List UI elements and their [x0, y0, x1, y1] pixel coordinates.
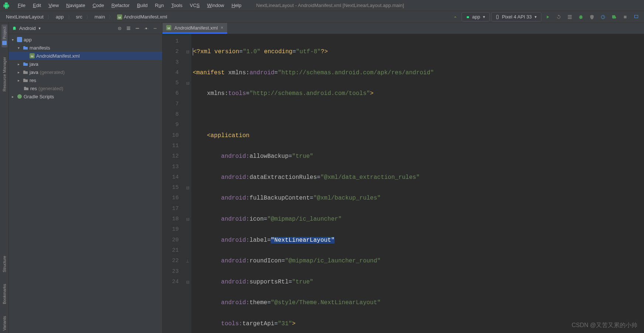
crumb-src[interactable]: src [73, 13, 85, 21]
tree-node-app[interactable]: ▾ app [9, 35, 162, 44]
tab-androidmanifest[interactable]: M AndroidManifest.xml × [162, 23, 227, 34]
xml-file-icon: M [117, 14, 122, 20]
menu-window[interactable]: Window [203, 1, 228, 10]
project-panel-header: Android ▼ [9, 23, 162, 34]
svg-rect-2 [497, 15, 499, 19]
menu-run[interactable]: Run [151, 1, 168, 10]
fold-gutter[interactable]: ⊟⊟⊟⊟⊥⊟ [184, 34, 191, 333]
editor-tabs: M AndroidManifest.xml × [162, 23, 644, 34]
menu-refactor[interactable]: Refactor [108, 1, 133, 10]
hide-icon[interactable] [151, 24, 159, 33]
chevron-right-icon: ▸ [18, 70, 21, 74]
app-inspection-icon[interactable] [609, 12, 619, 22]
select-opened-file-icon[interactable] [116, 24, 124, 33]
code-content[interactable]: <?xml version="1.0" encoding="utf-8"?> <… [191, 34, 644, 333]
avd-manager-icon[interactable] [631, 12, 641, 22]
svg-rect-9 [17, 37, 22, 42]
svg-rect-4 [624, 16, 627, 18]
settings-icon[interactable] [142, 24, 150, 33]
folder-icon [23, 45, 28, 50]
android-icon [12, 26, 17, 31]
tree-node-gradle[interactable]: ▸ Gradle Scripts [9, 92, 162, 101]
crumb-app[interactable]: app [53, 13, 67, 21]
svg-point-12 [17, 94, 22, 99]
device-icon [495, 15, 500, 19]
folder-icon [23, 69, 28, 75]
sync-icon[interactable] [451, 12, 460, 22]
toolbar-right: app ▼ Pixel 4 API 33 ▼ [451, 12, 641, 22]
crumb-separator: 〉 [86, 14, 91, 20]
menu-bar: File Edit View Navigate Code Refactor Bu… [0, 0, 644, 11]
project-tree[interactable]: ▾ app ▾ manifests M AndroidManifest.xml … [9, 34, 162, 333]
menu-tools[interactable]: Tools [168, 1, 186, 10]
project-tool-tab[interactable]: Project [1, 24, 7, 47]
menu-view[interactable]: View [45, 1, 62, 10]
menu-navigate[interactable]: Navigate [62, 1, 89, 10]
svg-text:M: M [31, 55, 34, 58]
build-variants-tab[interactable]: Variants [1, 314, 7, 333]
resource-manager-tab[interactable]: Resource Manager [1, 55, 7, 94]
window-title: NextLinearLayout - AndroidManifest.xml [… [256, 3, 404, 8]
close-icon[interactable]: × [221, 25, 223, 30]
line-numbers: 123456789101112131415161718192021222324 [162, 34, 184, 333]
module-icon [17, 37, 22, 42]
crumb-separator: 〉 [109, 14, 113, 20]
tree-node-java-generated[interactable]: ▸ java (generated) [9, 68, 162, 76]
svg-rect-6 [2, 41, 7, 45]
menu-file[interactable]: File [14, 1, 29, 10]
crumb-project[interactable]: NextLinearLayout [3, 13, 47, 21]
crumb-main[interactable]: main [92, 13, 108, 21]
chevron-right-icon: ▸ [12, 95, 16, 99]
menu-code[interactable]: Code [89, 1, 108, 10]
crumb-file[interactable]: M AndroidManifest.xml [114, 13, 170, 21]
svg-point-8 [119, 28, 120, 28]
collapse-all-icon[interactable] [133, 24, 141, 33]
structure-tab[interactable]: Structure [1, 254, 7, 275]
run-config-dropdown[interactable]: app ▼ [462, 12, 490, 21]
folder-icon [24, 86, 29, 91]
menu-help[interactable]: Help [228, 1, 245, 10]
device-dropdown[interactable]: Pixel 4 API 33 ▼ [491, 12, 541, 21]
debug-button[interactable] [576, 12, 586, 22]
navigation-bar: NextLinearLayout 〉 app 〉 src 〉 main 〉 M … [0, 11, 644, 23]
folder-icon [23, 78, 28, 83]
android-icon [466, 15, 470, 19]
tree-node-res-generated[interactable]: res (generated) [9, 84, 162, 92]
watermark: CSDN @又苦又累的小帅 [572, 322, 637, 329]
editor-area: M AndroidManifest.xml × 1234567891011121… [162, 23, 644, 333]
android-studio-logo [3, 2, 10, 9]
crumb-separator: 〉 [68, 14, 72, 20]
left-tool-gutter: Project Resource Manager Structure Bookm… [0, 23, 9, 333]
tree-node-res[interactable]: ▸ res [9, 76, 162, 84]
chevron-down-icon: ▼ [534, 15, 537, 19]
bookmarks-tab[interactable]: Bookmarks [1, 282, 7, 306]
stop-button[interactable] [620, 12, 630, 22]
svg-rect-5 [634, 15, 638, 18]
xml-file-icon: M [166, 25, 171, 30]
coverage-icon[interactable] [587, 12, 597, 22]
svg-text:M: M [119, 16, 121, 19]
project-panel: Android ▼ ▾ app ▾ manifests [9, 23, 162, 333]
run-button[interactable] [543, 12, 552, 22]
chevron-right-icon: ▸ [18, 78, 21, 82]
xml-file-icon: M [30, 53, 35, 58]
menu-edit[interactable]: Edit [29, 1, 45, 10]
breadcrumbs: NextLinearLayout 〉 app 〉 src 〉 main 〉 M … [3, 13, 170, 21]
project-view-selector[interactable]: Android ▼ [12, 26, 41, 31]
editor-body[interactable]: 123456789101112131415161718192021222324 … [162, 34, 644, 333]
tree-node-manifests[interactable]: ▾ manifests [9, 44, 162, 52]
menu-build[interactable]: Build [133, 1, 151, 10]
tree-node-manifest-file[interactable]: M AndroidManifest.xml [9, 52, 162, 60]
menu-vcs[interactable]: VCS [186, 1, 203, 10]
svg-text:M: M [168, 27, 170, 30]
chevron-down-icon: ▼ [482, 15, 486, 19]
tree-node-java[interactable]: ▸ java [9, 60, 162, 68]
chevron-down-icon: ▼ [38, 27, 41, 30]
gradle-icon [17, 94, 22, 99]
expand-all-icon[interactable] [124, 24, 133, 33]
chevron-down-icon: ▾ [18, 46, 21, 50]
profiler-icon[interactable] [598, 12, 608, 22]
folder-icon [23, 61, 28, 67]
apply-code-changes-icon[interactable] [565, 12, 575, 22]
apply-changes-icon[interactable] [554, 12, 564, 22]
